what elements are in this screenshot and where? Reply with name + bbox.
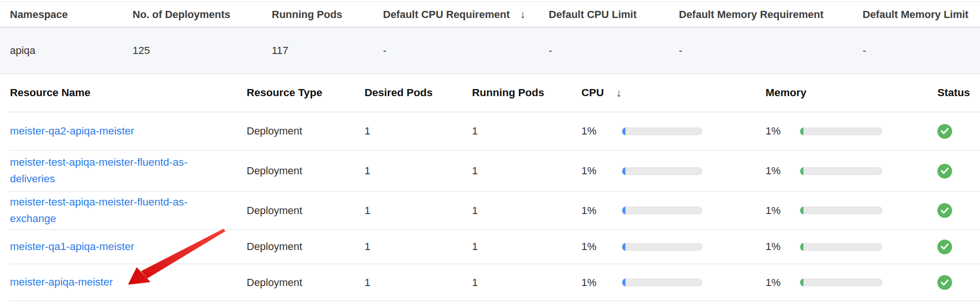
resource-row: meister-test-apiqa-meister-fluentd-as-ex… [9, 192, 980, 230]
column-header-desired-pods[interactable]: Desired Pods [365, 87, 472, 99]
memory-percent: 1% [766, 165, 800, 177]
namespace-table-header-row: Namespace No. of Deployments Running Pod… [0, 2, 980, 27]
running-pods: 1 [472, 165, 581, 177]
status-healthy-icon [937, 275, 952, 290]
column-header-cpu[interactable]: CPU ↓ [581, 87, 766, 99]
memory-usage: 1% [766, 205, 937, 217]
memory-usage: 1% [766, 241, 937, 253]
resource-row: meister-test-apiqa-meister-fluentd-as-de… [9, 151, 980, 192]
resource-type: Deployment [247, 165, 365, 177]
running-pods: 1 [472, 125, 581, 137]
column-header-resource-type[interactable]: Resource Type [247, 87, 365, 99]
desired-pods: 1 [365, 165, 472, 177]
desired-pods: 1 [365, 241, 472, 253]
namespace-summary-table: Namespace No. of Deployments Running Pod… [0, 1, 980, 74]
column-header-default-memory-requirement[interactable]: Default Memory Requirement [679, 9, 863, 21]
cpu-usage-bar [622, 278, 703, 286]
cpu-percent: 1% [581, 277, 622, 289]
memory-usage-bar [800, 243, 882, 251]
sort-descending-icon[interactable]: ↓ [616, 88, 622, 98]
running-pods-count: 117 [272, 45, 383, 57]
running-pods: 1 [472, 205, 581, 217]
cpu-percent: 1% [581, 241, 622, 253]
memory-usage: 1% [766, 125, 937, 137]
running-pods: 1 [472, 277, 581, 289]
default-cpu-limit-value: - [549, 45, 679, 57]
memory-percent: 1% [766, 125, 800, 137]
desired-pods: 1 [365, 205, 472, 217]
resource-link[interactable]: meister-qa1-apiqa-meister [10, 239, 134, 255]
cpu-percent: 1% [581, 205, 622, 217]
default-memory-requirement-value: - [679, 45, 863, 57]
memory-usage-bar [800, 206, 882, 215]
resource-link-meister-apiqa-meister[interactable]: meister-apiqa-meister [10, 274, 113, 291]
resource-link[interactable]: meister-test-apiqa-meister-fluentd-as-ex… [10, 194, 204, 227]
resource-link[interactable]: meister-qa2-apiqa-meister [10, 123, 134, 140]
namespace-row-apiqa[interactable]: apiqa 125 117 - - - - [0, 27, 980, 74]
status-healthy-icon [937, 203, 952, 218]
resource-type: Deployment [247, 125, 365, 137]
resources-table-header-row: Resource Name Resource Type Desired Pods… [9, 74, 980, 112]
column-header-deployments[interactable]: No. of Deployments [133, 9, 272, 21]
column-header-memory[interactable]: Memory [766, 87, 937, 99]
namespace-name: apiqa [10, 45, 133, 57]
cpu-usage: 1% [581, 277, 766, 289]
cpu-usage-bar [622, 127, 703, 135]
cpu-usage-bar [622, 243, 703, 251]
resource-type: Deployment [247, 277, 365, 289]
resources-table: Resource Name Resource Type Desired Pods… [9, 74, 980, 301]
cpu-usage: 1% [581, 205, 766, 217]
cpu-percent: 1% [581, 165, 622, 177]
status-healthy-icon [937, 164, 952, 179]
resource-row: meister-qa2-apiqa-meister Deployment 1 1… [9, 112, 980, 151]
running-pods: 1 [472, 241, 581, 253]
sort-descending-icon[interactable]: ↓ [520, 9, 526, 20]
resource-row: meister-apiqa-meister Deployment 1 1 1% … [9, 264, 980, 301]
memory-percent: 1% [766, 277, 800, 289]
memory-usage-bar [800, 167, 882, 175]
cpu-usage: 1% [581, 241, 766, 253]
column-header-label: Default CPU Requirement [383, 9, 510, 21]
cpu-usage-bar [622, 167, 703, 175]
status-healthy-icon [937, 124, 952, 139]
deployments-count: 125 [133, 45, 272, 57]
resource-type: Deployment [247, 241, 365, 253]
status-healthy-icon [937, 240, 952, 254]
namespace-detail-page: Namespace No. of Deployments Running Pod… [0, 1, 980, 304]
memory-percent: 1% [766, 205, 800, 217]
default-cpu-requirement-value: - [383, 45, 549, 57]
cpu-usage: 1% [581, 165, 766, 177]
memory-usage-bar [800, 127, 882, 135]
cpu-usage: 1% [581, 125, 766, 137]
column-header-default-cpu-limit[interactable]: Default CPU Limit [549, 9, 679, 21]
column-header-label: CPU [581, 87, 604, 99]
column-header-status[interactable]: Status [937, 87, 980, 99]
column-header-namespace[interactable]: Namespace [10, 9, 133, 21]
default-memory-limit-value: - [863, 45, 980, 57]
desired-pods: 1 [365, 277, 472, 289]
column-header-running-pods[interactable]: Running Pods [272, 9, 383, 21]
column-header-resource-name[interactable]: Resource Name [10, 87, 247, 99]
column-header-default-cpu-requirement[interactable]: Default CPU Requirement ↓ [383, 9, 549, 21]
desired-pods: 1 [365, 125, 472, 137]
resource-type: Deployment [247, 205, 365, 217]
resource-link[interactable]: meister-test-apiqa-meister-fluentd-as-de… [10, 154, 204, 188]
memory-percent: 1% [766, 241, 800, 253]
column-header-default-memory-limit[interactable]: Default Memory Limit [863, 9, 980, 21]
cpu-percent: 1% [581, 125, 622, 137]
cpu-usage-bar [622, 206, 703, 215]
memory-usage: 1% [766, 277, 937, 289]
column-header-running-pods[interactable]: Running Pods [472, 87, 581, 99]
resource-row: meister-qa1-apiqa-meister Deployment 1 1… [9, 230, 980, 264]
memory-usage-bar [800, 278, 882, 286]
memory-usage: 1% [766, 165, 937, 177]
